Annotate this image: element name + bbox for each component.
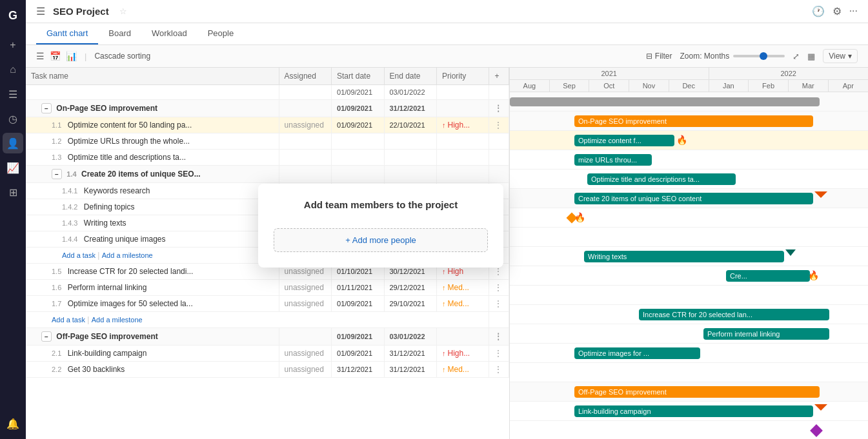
th-assigned: Assigned (279, 68, 331, 85)
cell-end: 29/12/2021 (384, 280, 436, 296)
grid-icon[interactable]: ⊞ (3, 182, 23, 202)
gantt-rows: On-Page SEO improvement Optimize content… (510, 92, 868, 439)
row-menu[interactable]: ⋮ (494, 332, 502, 341)
add-milestone-link-2[interactable]: Add a milestone (92, 316, 143, 324)
gantt-row-add1 (510, 286, 868, 305)
bell-icon[interactable]: 🔔 (3, 413, 23, 434)
gantt-bar-1-4-3[interactable]: Writing texts (584, 251, 784, 262)
cascade-sorting-label[interactable]: Cascade sorting (94, 52, 150, 61)
settings-icon[interactable]: ⚙ (833, 5, 842, 17)
collapse-button[interactable]: − (41, 103, 52, 113)
cell-priority: ↑Med... (436, 296, 489, 312)
gantt-row-group2: Off-Page SEO improvement (510, 382, 868, 402)
gantt-bar-total[interactable] (510, 97, 820, 106)
gantt-bar-1-4-4[interactable]: Cre... (726, 270, 810, 282)
gantt-bar-1-1[interactable]: Optimize content f... (574, 135, 674, 146)
home-icon[interactable]: ⌂ (3, 59, 23, 80)
people-icon[interactable]: 👤 (3, 133, 23, 153)
cell-task-name: − Off-Page SEO improvement (26, 328, 279, 346)
collapse-button[interactable]: − (52, 169, 62, 179)
view-button[interactable]: View ▾ (823, 49, 858, 63)
year-label-2021: 2021 (510, 68, 709, 79)
row-menu[interactable]: ⋮ (494, 299, 502, 308)
gantt-bar-1-6[interactable]: Perform internal linking (703, 328, 829, 340)
tab-gantt-chart[interactable]: Gantt chart (36, 23, 98, 44)
cell-start: 01/09/2021 (332, 328, 384, 346)
cell-start: 01/09/2021 (332, 100, 384, 117)
gantt-bar-group1[interactable]: On-Page SEO improvement (574, 115, 813, 127)
table-row: 1.3 Optimize title and descriptions ta..… (26, 150, 509, 166)
add-milestone-link[interactable]: Add a milestone (102, 251, 153, 259)
columns-icon[interactable]: ▦ (807, 52, 815, 61)
modal-title: Add team members to the project (304, 199, 458, 210)
gantt-chart: 2021 2022 Aug Sep Oct Nov Dec Jan Feb Ma… (510, 68, 868, 439)
milestone-marker-1-4-3 (785, 249, 796, 256)
zoom-slider[interactable] (733, 55, 785, 57)
gantt-row-2-1: Link-building campaign (510, 402, 868, 421)
gantt-bar-1-7[interactable]: Optimize images for ... (574, 347, 700, 359)
gantt-row-1-4-2 (510, 228, 868, 247)
topbar: ☰ SEO Project ☆ 🕐 ⚙ ··· (26, 0, 868, 23)
row-menu[interactable]: ⋮ (494, 349, 502, 358)
cell-start: 01/11/2021 (332, 280, 384, 296)
cell-task-name: − 1.4 Create 20 items of unique SEO... (26, 166, 279, 183)
cell-end: 31/12/2021 (384, 100, 436, 117)
clock-icon[interactable]: ◷ (3, 108, 23, 129)
history-icon[interactable]: 🕐 (812, 5, 825, 17)
zoom-label: Zoom: Months (680, 52, 730, 61)
tab-people[interactable]: People (197, 23, 244, 44)
gantt-bar-1-2[interactable]: mize URLs throu... (574, 154, 652, 166)
gantt-bar-1-3[interactable]: Optimize title and descriptions ta... (587, 173, 736, 185)
gantt-bar-group2[interactable]: Off-Page SEO improvement (574, 386, 820, 398)
cell-task-name: 1.3 Optimize title and descriptions ta..… (26, 150, 279, 166)
th-task-name: Task name (26, 68, 279, 85)
gantt-row-1-7: Optimize images for ... (510, 344, 868, 363)
tab-workload[interactable]: Workload (141, 23, 197, 44)
add-task-link-2[interactable]: Add a task (52, 316, 85, 324)
collapse-button-2[interactable]: − (41, 331, 52, 342)
list-view-icon[interactable]: ☰ (36, 51, 45, 61)
add-task-row-2: Add a task | Add a milestone (26, 312, 509, 328)
gantt-bar-1-5[interactable]: Increase CTR for 20 selected lan... (639, 309, 829, 320)
cell-assigned: unassigned (279, 362, 331, 378)
toolbar-right: ⊟ Filter Zoom: Months ⤢ ▦ View ▾ (646, 49, 858, 63)
fire-icon-1-4-4: 🔥 (808, 270, 819, 280)
month-nov: Nov (629, 80, 669, 92)
list-icon[interactable]: ☰ (3, 84, 23, 104)
cell-task-name: 1.4.4 Creating unique images (26, 231, 279, 248)
th-priority: Priority (436, 68, 489, 85)
gantt-row-1-4-1: 🔥 (510, 208, 868, 228)
row-menu[interactable]: ⋮ (494, 121, 502, 130)
project-icon: ☰ (36, 5, 45, 17)
row-menu[interactable]: ⋮ (494, 267, 502, 276)
expand-icon[interactable]: ⤢ (792, 52, 800, 61)
gantt-row-group1: On-Page SEO improvement (510, 112, 868, 131)
add-more-people-button[interactable]: + Add more people (274, 228, 488, 252)
table-row: 01/09/2021 03/01/2022 (26, 85, 509, 100)
cell-task-name: 1.4.3 Writing texts (26, 215, 279, 231)
filter-label: Filter (655, 52, 672, 61)
app-logo[interactable]: G (3, 5, 23, 26)
gantt-bar-1-4[interactable]: Create 20 items of unique SEO content (574, 193, 813, 204)
row-menu[interactable]: ⋮ (494, 104, 502, 113)
add-task-link[interactable]: Add a task (62, 251, 96, 259)
star-icon[interactable]: ☆ (119, 6, 127, 16)
cell-end: 29/10/2021 (384, 296, 436, 312)
month-sep: Sep (550, 80, 590, 92)
tab-board[interactable]: Board (98, 23, 141, 44)
more-icon[interactable]: ··· (849, 5, 858, 17)
table-row: − 1.4 Create 20 items of unique SEO... (26, 166, 509, 183)
th-add[interactable]: + (489, 68, 509, 85)
filter-button[interactable]: ⊟ Filter (646, 52, 672, 61)
row-menu[interactable]: ⋮ (494, 283, 502, 292)
cell-priority: ↑High... (436, 346, 489, 362)
main-area: ☰ SEO Project ☆ 🕐 ⚙ ··· Gantt chart Boar… (26, 0, 868, 439)
chart-icon[interactable]: 📈 (3, 157, 23, 178)
gantt-icon[interactable]: 📊 (66, 51, 77, 61)
gantt-bar-2-1[interactable]: Link-building campaign (574, 405, 813, 417)
row-menu[interactable]: ⋮ (494, 365, 502, 374)
calendar-icon[interactable]: 📅 (50, 51, 61, 61)
cell-end: 03/01/2022 (384, 328, 436, 346)
month-feb: Feb (749, 80, 789, 92)
add-icon[interactable]: + (3, 35, 23, 55)
